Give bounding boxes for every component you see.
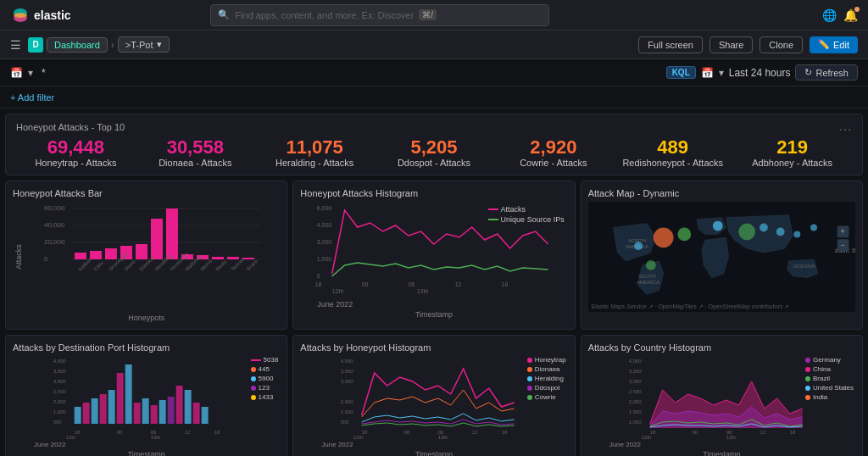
dashboard-breadcrumb[interactable]: Dashboard (47, 37, 108, 53)
legend-123: 123 (251, 384, 279, 392)
country-hist-title: Attacks by Country Histogram (588, 342, 855, 353)
kql-badge[interactable]: KQL (666, 66, 696, 79)
legend-honeytrap: Honeytrap (527, 356, 566, 364)
redishoneypot-label: Redishoneypot - Attacks (613, 158, 732, 168)
legend-cowrie-color (527, 395, 532, 400)
svg-rect-20 (212, 257, 224, 259)
clone-button[interactable]: Clone (760, 36, 803, 53)
svg-text:12th: 12th (353, 435, 364, 440)
dest-port-date: June 2022 (13, 441, 280, 448)
svg-point-62 (634, 242, 643, 250)
legend-attacks: Attacks (488, 205, 565, 214)
svg-rect-89 (202, 407, 209, 424)
svg-text:3,000: 3,000 (341, 379, 354, 384)
honeypot-hist-x-label: Timestamp (300, 450, 567, 456)
ddospot-label: Ddospot - Attacks (375, 158, 494, 168)
top-navigation: elastic 🔍 Find apps, content, and more. … (0, 0, 868, 31)
svg-text:00: 00 (117, 430, 123, 435)
calendar2-icon[interactable]: 📅 (701, 67, 714, 79)
legend-heralding: Heralding (527, 375, 566, 382)
logo-text: elastic (34, 8, 71, 22)
svg-text:SOUTH: SOUTH (638, 274, 656, 279)
nav-right-actions: 🌐 🔔 (822, 8, 858, 22)
svg-text:60,000: 60,000 (44, 204, 65, 212)
legend-5038-color (251, 359, 261, 361)
cowrie-number: 2,920 (493, 137, 613, 158)
country-date: June 2022 (588, 441, 855, 448)
add-filter-button[interactable]: + Add filter (10, 92, 54, 103)
svg-rect-76 (92, 398, 98, 424)
svg-text:4,000: 4,000 (341, 359, 354, 364)
notification-icon[interactable]: 🔔 (843, 8, 858, 22)
svg-point-58 (776, 228, 784, 236)
stat-cowrie: 2,920 Cowrie - Attacks (493, 137, 613, 168)
svg-text:18: 18 (214, 430, 220, 435)
honeypot-hist-panel: Attacks by Honeypot Histogram Honeytrap … (292, 335, 575, 456)
legend-5900-color (251, 376, 256, 381)
svg-rect-15 (136, 244, 147, 259)
legend-germany: Germany (805, 356, 854, 364)
refresh-button[interactable]: ↻ Refresh (795, 64, 858, 81)
dropdown-icon[interactable]: ▾ (28, 67, 33, 79)
global-search[interactable]: 🔍 Find apps, content, and more. Ex: Disc… (210, 4, 549, 26)
svg-point-56 (738, 224, 755, 241)
edit-button[interactable]: ✏️ Edit (810, 36, 858, 53)
stats-panel-title: Honeypot Attacks - Top 10 (16, 122, 125, 132)
bar-y-label: Attacks (14, 244, 23, 270)
stats-row: 69,448 Honeytrap - Attacks 30,558 Dionae… (16, 137, 852, 168)
secondary-navigation: ☰ D Dashboard › >T-Pot ▾ Full screen Sha… (0, 31, 868, 59)
svg-text:4,000: 4,000 (317, 222, 332, 228)
hamburger-icon[interactable]: ☰ (10, 38, 21, 52)
stat-heralding: 11,075 Heralding - Attacks (255, 137, 375, 168)
legend-germany-color (805, 358, 810, 363)
map-attribution: Elastic Maps Service ↗ · OpenMapTiles ↗ … (592, 303, 790, 310)
tpot-breadcrumb[interactable]: >T-Pot ▾ (118, 36, 170, 53)
fullscreen-button[interactable]: Full screen (638, 36, 703, 53)
elastic-logo[interactable]: elastic (10, 5, 71, 25)
panel-options-icon[interactable]: ⋯ (838, 121, 852, 137)
svg-text:13th: 13th (726, 435, 736, 440)
svg-text:Citrix: Citrix (93, 260, 105, 272)
calendar-icon[interactable]: 📅 (10, 67, 23, 79)
time-label[interactable]: Last 24 hours (729, 67, 791, 79)
svg-text:500: 500 (53, 420, 63, 425)
share-button[interactable]: Share (709, 36, 753, 53)
svg-text:2,500: 2,500 (53, 389, 67, 394)
svg-text:12th: 12th (641, 435, 651, 440)
time-dropdown-icon[interactable]: ▾ (719, 67, 724, 79)
legend-attacks-color (488, 209, 498, 210)
svg-text:12: 12 (760, 430, 765, 435)
map-svg: NORTH AMERICA SOUTH AMERICA OCEANIA (588, 202, 855, 312)
svg-text:20,000: 20,000 (44, 238, 65, 246)
search-placeholder: Find apps, content, and more. Ex: Discov… (235, 10, 414, 20)
bar-chart-svg: 60,000 40,000 20,000 0 (25, 202, 280, 303)
map-title: Attack Map - Dynamic (588, 188, 855, 198)
legend-123-color (251, 386, 256, 391)
stat-honeytrap: 69,448 Honeytrap - Attacks (16, 137, 136, 168)
svg-rect-77 (100, 394, 107, 424)
legend-ddospot: Ddospot (527, 384, 566, 392)
honeytrap-number: 69,448 (16, 137, 136, 158)
svg-text:00: 00 (362, 281, 369, 287)
legend-brazil: Brazil (805, 375, 854, 382)
globe-icon[interactable]: 🌐 (822, 8, 837, 22)
svg-rect-75 (83, 403, 90, 424)
svg-text:OCEANIA: OCEANIA (793, 264, 815, 269)
legend-445-color (251, 367, 256, 372)
svg-rect-86 (176, 386, 183, 424)
stat-ddospot: 5,205 Ddospot - Attacks (375, 137, 494, 168)
svg-rect-87 (185, 390, 192, 424)
svg-rect-21 (227, 257, 239, 259)
svg-point-57 (760, 224, 768, 232)
legend-5038: 5038 (251, 356, 279, 364)
histogram-x-label: Timestamp (300, 310, 567, 319)
svg-rect-79 (117, 373, 124, 424)
legend-india: India (805, 393, 854, 401)
svg-text:40,000: 40,000 (44, 221, 65, 229)
query-input[interactable]: * (38, 67, 49, 79)
dashboard-main: Honeypot Attacks - Top 10 ⋯ 69,448 Honey… (0, 108, 868, 456)
dest-port-x-label: Timestamp (13, 450, 280, 456)
svg-text:Dione: Dione (124, 259, 137, 272)
svg-rect-22 (242, 258, 254, 259)
chevron-down-icon: ▾ (157, 39, 162, 50)
